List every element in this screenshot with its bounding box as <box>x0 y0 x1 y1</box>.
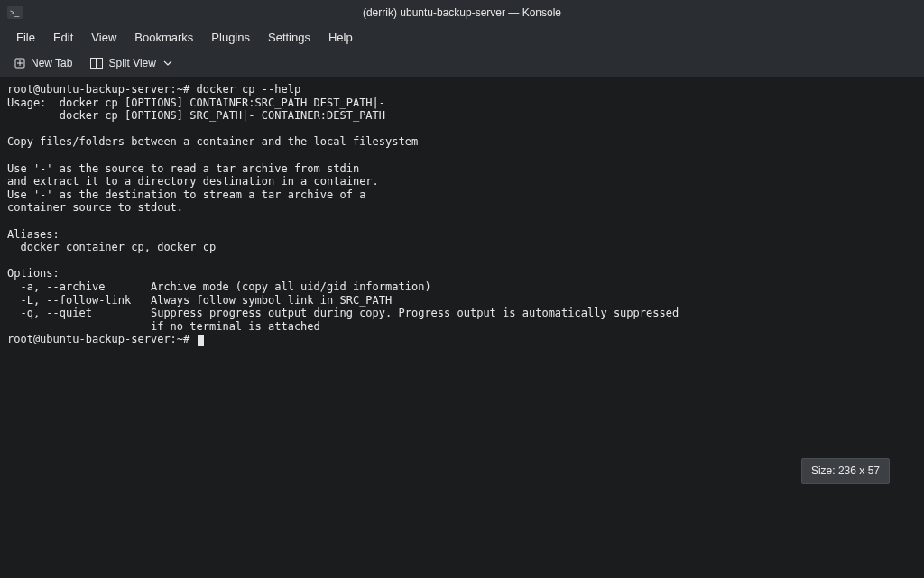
menu-edit[interactable]: Edit <box>44 27 82 48</box>
terminal-icon: >_ <box>7 6 23 19</box>
split-view-button[interactable]: Split View <box>85 53 177 73</box>
new-tab-button[interactable]: New Tab <box>9 53 78 73</box>
menu-view[interactable]: View <box>82 27 125 48</box>
new-tab-label: New Tab <box>31 57 72 69</box>
split-view-label: Split View <box>108 57 155 69</box>
menubar: File Edit View Bookmarks Plugins Setting… <box>0 25 924 49</box>
toolbar: New Tab Split View <box>0 49 924 78</box>
window-title: (derrik) ubuntu-backup-server — Konsole <box>363 6 561 19</box>
chevron-down-icon <box>162 59 172 68</box>
svg-rect-3 <box>91 58 97 68</box>
menu-file[interactable]: File <box>7 27 44 48</box>
menu-help[interactable]: Help <box>319 27 362 48</box>
terminal-command: docker cp --help <box>189 83 300 96</box>
svg-rect-4 <box>97 58 103 68</box>
terminal-cursor <box>198 335 204 346</box>
terminal-output: Usage: docker cp [OPTIONS] CONTAINER:SRC… <box>7 96 679 333</box>
menu-bookmarks[interactable]: Bookmarks <box>125 27 202 48</box>
menu-plugins[interactable]: Plugins <box>202 27 259 48</box>
menu-settings[interactable]: Settings <box>259 27 319 48</box>
split-view-icon <box>90 58 103 69</box>
terminal-area[interactable]: root@ubuntu-backup-server:~# docker cp -… <box>0 78 924 578</box>
titlebar: >_ (derrik) ubuntu-backup-server — Konso… <box>0 0 924 25</box>
terminal-prompt: root@ubuntu-backup-server:~# <box>7 333 197 345</box>
terminal-prompt: root@ubuntu-backup-server:~# <box>7 83 189 96</box>
plus-icon <box>14 58 25 69</box>
size-tooltip: Size: 236 x 57 <box>801 458 890 484</box>
